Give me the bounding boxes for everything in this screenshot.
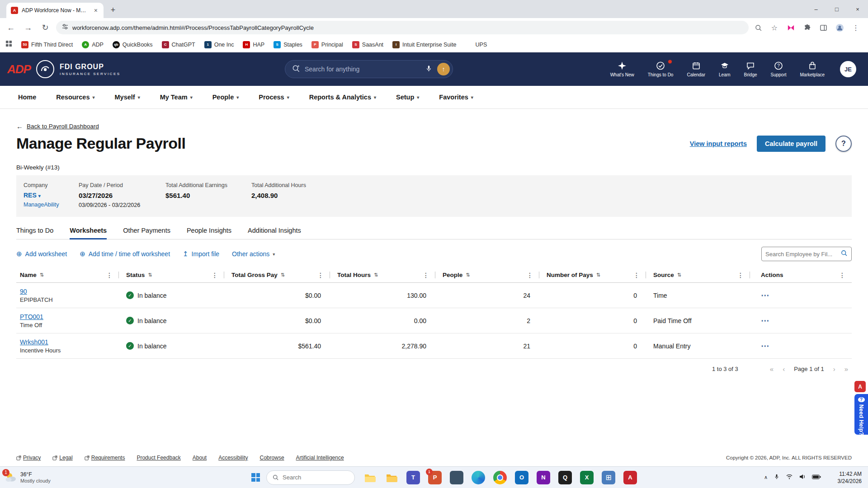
taskbar-search-input[interactable]: [283, 474, 349, 481]
search-icon[interactable]: [840, 249, 848, 258]
search-submit-icon[interactable]: ↑: [437, 63, 450, 75]
column-header-total-gross-pay[interactable]: Total Gross Pay⇅⋮: [224, 267, 330, 282]
privacy-link[interactable]: Privacy: [16, 455, 41, 461]
window-close-button[interactable]: ×: [847, 0, 868, 18]
app-grid-icon[interactable]: ⊞: [602, 471, 615, 484]
microphone-tray-icon[interactable]: [774, 474, 780, 482]
bookmark-intuit[interactable]: IIntuit Enterprise Suite: [392, 41, 457, 48]
add-worksheet-button[interactable]: ⊕Add worksheet: [16, 250, 67, 258]
back-to-payroll-dashboard-link[interactable]: Back to Payroll Dashboard: [27, 123, 99, 130]
view-input-reports-link[interactable]: View input reports: [690, 140, 747, 147]
bookmark-adp[interactable]: AADP: [82, 41, 104, 48]
tab-worksheets[interactable]: Worksheets: [70, 227, 107, 239]
new-tab-button[interactable]: +: [106, 3, 120, 17]
about-link[interactable]: About: [193, 455, 207, 461]
sort-icon[interactable]: ⇅: [466, 272, 470, 278]
sort-icon[interactable]: ⇅: [281, 272, 285, 278]
app-icon[interactable]: Q: [558, 471, 572, 484]
worksheet-link[interactable]: 90: [20, 288, 27, 295]
nav-my-team[interactable]: My Team▾: [160, 94, 193, 101]
column-menu-icon[interactable]: ⋮: [839, 272, 845, 279]
tab-close-icon[interactable]: ×: [93, 7, 99, 14]
browser-reload-button[interactable]: ↻: [39, 21, 52, 34]
column-menu-icon[interactable]: ⋮: [527, 272, 533, 279]
nav-reports-analytics[interactable]: Reports & Analytics▾: [309, 94, 376, 101]
import-file-button[interactable]: ↥Import file: [183, 250, 219, 258]
cobrowse-link[interactable]: Cobrowse: [260, 455, 284, 461]
chrome-icon[interactable]: [493, 471, 507, 484]
column-header-status[interactable]: Status⇅⋮: [119, 267, 224, 282]
column-header-number-of-pays[interactable]: Number of Pays⇅⋮: [539, 267, 646, 282]
row-actions-button[interactable]: ⋯: [761, 341, 770, 351]
row-actions-button[interactable]: ⋯: [761, 316, 770, 325]
global-search-input[interactable]: [305, 66, 420, 73]
teams-icon[interactable]: T: [406, 471, 420, 484]
artificial-intelligence-link[interactable]: Artificial Intelligence: [296, 455, 344, 461]
taskbar-search[interactable]: [266, 470, 355, 485]
user-avatar[interactable]: JE: [840, 61, 856, 77]
window-minimize-button[interactable]: –: [806, 0, 826, 18]
bookmark-hap[interactable]: HHAP: [243, 41, 264, 48]
profile-icon[interactable]: [835, 23, 844, 33]
bookmark-staples[interactable]: SStaples: [274, 41, 302, 48]
volume-icon[interactable]: [799, 473, 806, 482]
folder-icon[interactable]: [385, 471, 398, 484]
column-menu-icon[interactable]: ⋮: [212, 272, 218, 279]
excel-icon[interactable]: X: [580, 471, 594, 484]
column-menu-icon[interactable]: ⋮: [317, 272, 324, 279]
column-header-people[interactable]: People⇅⋮: [435, 267, 539, 282]
acrobat-icon[interactable]: A: [623, 471, 637, 484]
global-search[interactable]: ↑: [285, 60, 453, 78]
manageability-link[interactable]: ManageAbility: [24, 202, 71, 208]
sort-icon[interactable]: ⇅: [596, 272, 600, 278]
previous-page-button[interactable]: ‹: [783, 365, 785, 373]
address-bar[interactable]: [56, 21, 749, 34]
bookmark-saasant[interactable]: SSaasAnt: [352, 41, 383, 48]
help-icon[interactable]: ?: [835, 136, 852, 152]
bookmark-chatgpt[interactable]: CChatGPT: [162, 41, 195, 48]
nav-myself[interactable]: Myself▾: [114, 94, 140, 101]
bridge-button[interactable]: Bridge: [744, 61, 757, 77]
accessibility-link[interactable]: Accessibility: [218, 455, 248, 461]
column-header-total-hours[interactable]: Total Hours⇅⋮: [330, 267, 435, 282]
other-actions-button[interactable]: Other actions▾: [232, 250, 275, 258]
product-feedback-link[interactable]: Product Feedback: [137, 455, 180, 461]
window-maximize-button[interactable]: □: [826, 0, 847, 18]
browser-back-button[interactable]: ←: [5, 21, 17, 34]
nav-home[interactable]: Home: [18, 94, 36, 101]
microphone-icon[interactable]: [425, 65, 433, 74]
wifi-icon[interactable]: [786, 473, 793, 482]
tab-other-payments[interactable]: Other Payments: [123, 227, 170, 239]
worksheet-link[interactable]: Wrksh001: [20, 338, 48, 346]
zoom-icon[interactable]: [753, 23, 763, 33]
browser-forward-button[interactable]: →: [22, 21, 34, 34]
tab-people-insights[interactable]: People Insights: [187, 227, 231, 239]
browser-menu-icon[interactable]: ⋮: [851, 23, 861, 33]
marketplace-button[interactable]: Marketplace: [800, 61, 825, 77]
column-menu-icon[interactable]: ⋮: [633, 272, 640, 279]
add-time-worksheet-button[interactable]: ⊕Add time / time off worksheet: [80, 250, 170, 258]
file-explorer-icon[interactable]: [363, 471, 377, 484]
next-page-button[interactable]: ›: [833, 365, 835, 373]
hidden-icons-chevron[interactable]: ∧: [764, 474, 768, 480]
sort-icon[interactable]: ⇅: [677, 272, 681, 278]
calendar-button[interactable]: Calendar: [687, 61, 705, 77]
requirements-link[interactable]: Requirements: [85, 455, 125, 461]
bookmark-one-inc[interactable]: 1One Inc: [204, 41, 234, 48]
outlook-icon[interactable]: O: [515, 471, 528, 484]
url-input[interactable]: [72, 24, 743, 31]
nav-people[interactable]: People▾: [212, 94, 239, 101]
learn-button[interactable]: Learn: [719, 61, 731, 77]
bookmark-principal[interactable]: PPrincipal: [311, 41, 343, 48]
company-select[interactable]: RES▾: [24, 192, 71, 199]
first-page-button[interactable]: «: [770, 365, 774, 373]
worksheet-link[interactable]: PTO001: [20, 313, 43, 320]
acrobat-side-panel-button[interactable]: A: [854, 381, 866, 392]
start-button[interactable]: [251, 473, 260, 482]
onenote-icon[interactable]: N: [537, 471, 550, 484]
need-help-tab[interactable]: ? Need Help?: [854, 394, 868, 435]
column-menu-icon[interactable]: ⋮: [106, 272, 113, 279]
bookmark-star-icon[interactable]: ☆: [769, 23, 779, 33]
bookmark-fifth-third[interactable]: 53Fifth Third Direct: [21, 41, 73, 48]
column-menu-icon[interactable]: ⋮: [423, 272, 429, 279]
